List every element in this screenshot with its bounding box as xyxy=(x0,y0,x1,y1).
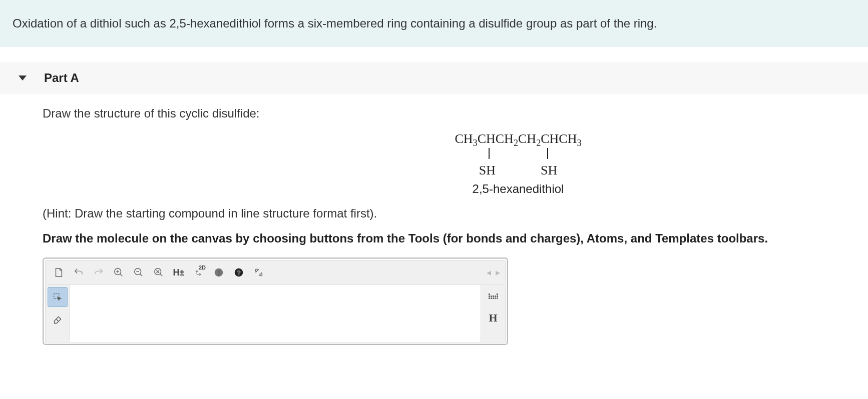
hydrogen-toggle-button[interactable]: H± xyxy=(170,264,188,282)
hydrogen-atom-button[interactable]: H xyxy=(483,309,503,327)
nav-arrows-icon[interactable]: ◂ ▸ xyxy=(487,267,501,278)
formula-bonds xyxy=(393,148,643,161)
zoom-reset-icon[interactable] xyxy=(150,264,168,282)
formula-backbone: CH3CHCH2CH2CHCH3 xyxy=(393,130,643,150)
intro-box: Oxidation of a dithiol such as 2,5-hexan… xyxy=(0,0,868,47)
formula-sh-row: SH SH xyxy=(393,162,643,179)
molecule-editor: H± 2D i ? ◂ ▸ xyxy=(43,258,508,345)
fullscreen-icon[interactable] xyxy=(250,264,268,282)
hint-text: (Hint: Draw the starting compound in lin… xyxy=(43,206,825,220)
chemical-formula: CH3CHCH2CH2CHCH3 SH SH 2,5-hexanedithiol xyxy=(393,130,643,197)
zoom-in-icon[interactable] xyxy=(110,264,128,282)
left-toolbar xyxy=(45,285,70,342)
help-icon[interactable]: ? xyxy=(230,264,248,282)
sh-group-2: SH xyxy=(541,162,557,179)
part-header[interactable]: Part A xyxy=(0,62,868,94)
svg-text:?: ? xyxy=(237,269,241,276)
redo-icon[interactable] xyxy=(90,264,108,282)
compound-name: 2,5-hexanedithiol xyxy=(393,181,643,196)
periodic-table-icon[interactable] xyxy=(483,287,503,305)
right-toolbar: H xyxy=(481,285,506,342)
instruction-text: Draw the molecule on the canvas by choos… xyxy=(43,232,825,246)
undo-icon[interactable] xyxy=(70,264,88,282)
selection-tool-icon[interactable] xyxy=(48,287,68,307)
view-2d-button[interactable]: 2D xyxy=(190,264,208,282)
svg-text:i: i xyxy=(218,270,220,276)
intro-text: Oxidation of a dithiol such as 2,5-hexan… xyxy=(13,15,855,32)
editor-body: H xyxy=(45,285,506,342)
part-label: Part A xyxy=(44,71,79,85)
content-area: Draw the structure of this cyclic disulf… xyxy=(0,106,868,346)
drawing-canvas[interactable] xyxy=(70,285,481,342)
info-icon[interactable]: i xyxy=(210,264,228,282)
prompt-text: Draw the structure of this cyclic disulf… xyxy=(43,106,825,120)
eraser-tool-icon[interactable] xyxy=(48,310,68,330)
new-document-icon[interactable] xyxy=(50,264,68,282)
editor-top-toolbar: H± 2D i ? ◂ ▸ xyxy=(45,260,506,285)
zoom-out-icon[interactable] xyxy=(130,264,148,282)
sh-group-1: SH xyxy=(479,162,496,179)
caret-down-icon xyxy=(19,76,27,80)
